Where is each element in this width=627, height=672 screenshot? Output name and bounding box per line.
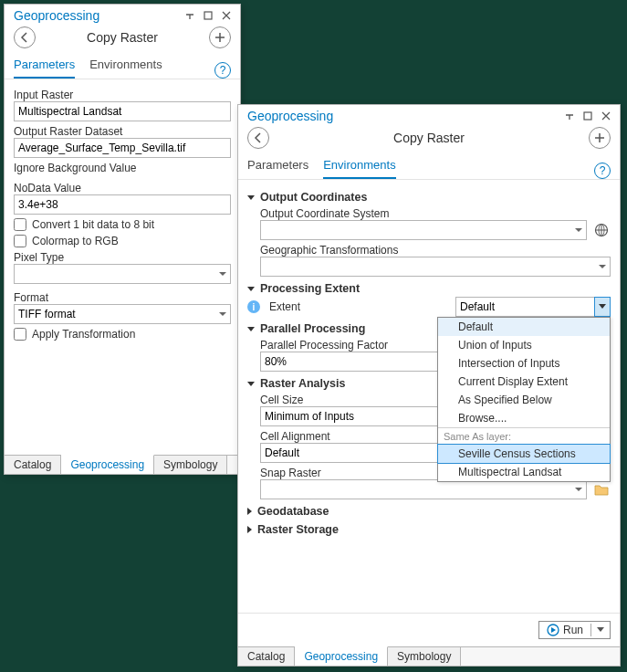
caret-down-icon — [247, 287, 255, 291]
input-raster-field[interactable] — [14, 101, 231, 121]
label-geographic-transformations: Geographic Transformations — [260, 244, 611, 257]
tool-tabs: Parameters Environments ? — [238, 154, 620, 180]
bottom-tabstrip: Catalog Geoprocessing Symbology — [238, 646, 620, 666]
parameters-form: Input Raster Output Raster Dataset Ignor… — [5, 79, 240, 455]
help-icon[interactable]: ? — [214, 62, 231, 79]
extent-group-label: Same As layer: — [438, 427, 610, 445]
info-icon[interactable]: i — [247, 300, 260, 313]
panel-title: Geoprocessing — [14, 8, 99, 23]
label-extent: Extent — [269, 300, 300, 313]
help-icon[interactable]: ? — [594, 163, 611, 179]
label-output-raster: Output Raster Dataset — [14, 125, 231, 138]
extent-layer-seville[interactable]: Seville Census Sections — [437, 444, 611, 464]
autohide-toggle-icon[interactable] — [182, 8, 198, 23]
tab-environments[interactable]: Environments — [89, 54, 162, 79]
section-geodatabase[interactable]: Geodatabase — [247, 505, 611, 518]
extent-field[interactable] — [455, 297, 611, 317]
add-tool-button[interactable] — [209, 26, 231, 48]
bottom-tabstrip: Catalog Geoprocessing Symbology — [5, 455, 240, 474]
panel-titlebar: Geoprocessing — [5, 5, 240, 25]
extent-dropdown[interactable]: Default Union of Inputs Intersection of … — [455, 297, 611, 317]
label-format: Format — [14, 291, 231, 304]
convert-1bit-checkbox[interactable]: Convert 1 bit data to 8 bit — [14, 218, 231, 231]
geoprocessing-panel-environments: Geoprocessing Copy Raster Parameters Env… — [237, 104, 621, 667]
extent-layer-landsat[interactable]: Multispectral Landsat — [438, 463, 610, 481]
convert-1bit-box[interactable] — [14, 218, 26, 231]
apply-transformation-checkbox[interactable]: Apply Transformation — [14, 328, 231, 341]
play-icon — [547, 624, 559, 636]
section-output-coordinates[interactable]: Output Coordinates — [247, 191, 611, 204]
label-output-coord-system: Output Coordinate System — [260, 207, 611, 220]
close-icon[interactable] — [218, 8, 235, 23]
output-coord-system-field[interactable] — [260, 220, 587, 240]
extent-dropdown-menu: Default Union of Inputs Intersection of … — [437, 317, 611, 482]
tab-parameters[interactable]: Parameters — [247, 154, 308, 179]
caret-down-icon — [247, 382, 255, 386]
geoprocessing-panel-parameters: Geoprocessing Copy Raster Parameters Env… — [4, 4, 241, 475]
caret-right-icon — [247, 508, 252, 515]
colormap-box[interactable] — [14, 235, 26, 247]
extent-option-intersection[interactable]: Intersection of Inputs — [438, 354, 610, 373]
label-input-raster: Input Raster — [14, 89, 231, 101]
format-field[interactable] — [14, 304, 231, 324]
output-coord-system-dropdown[interactable] — [260, 220, 587, 240]
close-icon[interactable] — [598, 109, 614, 123]
run-bar: Run — [238, 613, 620, 646]
label-ignore-background: Ignore Background Value — [14, 162, 231, 174]
bottomtab-geoprocessing[interactable]: Geoprocessing — [61, 455, 154, 474]
maximize-icon[interactable] — [580, 109, 596, 123]
format-dropdown[interactable] — [14, 304, 231, 324]
extent-option-union[interactable]: Union of Inputs — [438, 336, 610, 354]
bottomtab-geoprocessing[interactable]: Geoprocessing — [295, 646, 388, 666]
bottomtab-symbology[interactable]: Symbology — [388, 647, 461, 666]
extent-dropdown-button[interactable] — [594, 297, 611, 317]
caret-down-icon — [247, 195, 255, 200]
extent-option-browse[interactable]: Browse.... — [438, 409, 610, 427]
back-button[interactable] — [14, 26, 36, 48]
snap-raster-dropdown[interactable] — [260, 479, 587, 499]
geographic-transformations-dropdown[interactable] — [260, 257, 611, 277]
extent-option-display[interactable]: Current Display Extent — [438, 373, 610, 391]
environments-form: Output Coordinates Output Coordinate Sys… — [238, 180, 620, 613]
pixel-type-dropdown[interactable] — [14, 264, 231, 284]
snap-raster-field[interactable] — [260, 479, 587, 499]
svg-rect-0 — [204, 12, 212, 19]
tool-title: Copy Raster — [269, 131, 589, 145]
bottomtab-catalog[interactable]: Catalog — [238, 647, 295, 666]
tool-header: Copy Raster — [5, 25, 240, 54]
section-processing-extent[interactable]: Processing Extent — [247, 282, 611, 295]
run-button[interactable]: Run — [538, 621, 611, 639]
add-tool-button[interactable] — [589, 127, 611, 149]
run-split-button[interactable] — [590, 624, 604, 636]
globe-icon[interactable] — [592, 221, 611, 239]
svg-rect-1 — [584, 112, 591, 120]
extent-option-default[interactable]: Default — [438, 318, 610, 336]
apply-transformation-box[interactable] — [14, 328, 26, 341]
tab-environments[interactable]: Environments — [323, 154, 395, 179]
tool-header: Copy Raster — [238, 125, 620, 154]
colormap-checkbox[interactable]: Colormap to RGB — [14, 235, 231, 247]
back-button[interactable] — [247, 127, 269, 149]
maximize-icon[interactable] — [200, 8, 216, 23]
autohide-toggle-icon[interactable] — [561, 109, 578, 123]
geographic-transformations-field[interactable] — [260, 257, 611, 277]
pixel-type-field[interactable] — [14, 264, 231, 284]
panel-titlebar: Geoprocessing — [238, 105, 620, 125]
tab-parameters[interactable]: Parameters — [14, 54, 75, 79]
panel-title: Geoprocessing — [247, 109, 333, 123]
caret-right-icon — [247, 526, 252, 533]
tool-tabs: Parameters Environments ? — [5, 54, 240, 79]
section-raster-storage[interactable]: Raster Storage — [247, 523, 611, 536]
label-pixel-type: Pixel Type — [14, 251, 231, 264]
bottomtab-catalog[interactable]: Catalog — [5, 456, 61, 474]
output-raster-field[interactable] — [14, 138, 231, 158]
extent-option-specified[interactable]: As Specified Below — [438, 391, 610, 409]
label-nodata: NoData Value — [14, 182, 231, 194]
caret-down-icon — [247, 327, 255, 331]
bottomtab-symbology[interactable]: Symbology — [154, 456, 227, 474]
folder-icon[interactable] — [592, 480, 611, 499]
tool-title: Copy Raster — [36, 30, 209, 45]
nodata-field[interactable] — [14, 194, 231, 215]
